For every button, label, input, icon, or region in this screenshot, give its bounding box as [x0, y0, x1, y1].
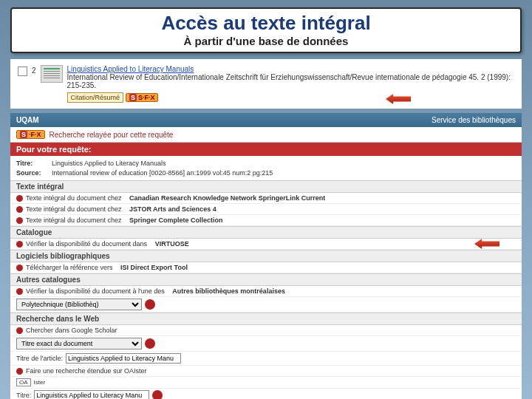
- section-catalogue-header: Catalogue: [10, 226, 522, 239]
- result-title-link[interactable]: Linguistics Applied to Literacy Manuals: [67, 65, 514, 73]
- biblio-row[interactable]: Télécharger la référence vers ISI Direct…: [10, 262, 522, 273]
- sfx-subtitle: Recherche relayée pour cette requête: [50, 131, 174, 139]
- library-select[interactable]: Polytechnique (Bibliothèq): [16, 299, 142, 310]
- bullet-icon: [16, 368, 23, 375]
- bullet-icon: [16, 206, 23, 213]
- web-article-row: Titre de l'article:: [10, 352, 522, 366]
- page-title: Accès au texte intégral: [19, 12, 513, 35]
- web-oaister-row[interactable]: Faire une recherche étendue sur OAIster: [10, 366, 522, 377]
- catalogue-row[interactable]: Vérifier la disponibilité du document da…: [10, 239, 522, 250]
- sfx-row: S·F·X Recherche relayée pour cette requê…: [10, 127, 522, 143]
- result-citation: International Review of Education/Intern…: [67, 73, 514, 89]
- web-scholar-row[interactable]: Chercher dans Google Scholar: [10, 325, 522, 336]
- oa-badge: OA: [16, 378, 31, 386]
- title-bar: Accès au texte intégral À partir d'une b…: [10, 7, 522, 53]
- go-button[interactable]: [152, 390, 163, 399]
- section-other-header: Autres catalogues: [10, 273, 522, 286]
- fulltext-row[interactable]: Texte intégral du document chez Canadian…: [10, 193, 522, 204]
- scope-select[interactable]: Titre exact du document: [16, 338, 142, 349]
- bullet-icon: [16, 327, 23, 334]
- other-row[interactable]: Vérifier la disponibilité du document à …: [10, 286, 522, 297]
- web-title-row: Titre:: [10, 389, 522, 399]
- result-number: 2: [32, 66, 36, 75]
- sfx-panel: UQAM Service des bibliothèques S·F·X Rec…: [10, 113, 522, 399]
- bullet-icon: [16, 217, 23, 224]
- title-label: Titre:: [16, 159, 52, 168]
- web-title-label: Titre:: [16, 392, 31, 399]
- request-body: Titre:Linguistics Applied to Literacy Ma…: [10, 156, 522, 180]
- sfx-badge: S·F·X: [16, 130, 45, 139]
- title-value: Linguistics Applied to Literacy Manuals: [52, 160, 166, 167]
- service-header: UQAM Service des bibliothèques: [10, 113, 522, 127]
- go-button[interactable]: [145, 338, 155, 349]
- fulltext-row[interactable]: Texte intégral du document chez Springer…: [10, 215, 522, 226]
- web-select-row: Titre exact du document: [10, 336, 522, 352]
- source-label: Source:: [16, 168, 52, 178]
- result-checkbox[interactable]: [18, 66, 27, 76]
- section-web-header: Recherche dans le Web: [10, 313, 522, 325]
- search-result-panel: 2 Linguistics Applied to Literacy Manual…: [10, 59, 522, 109]
- request-header: Pour votre requête:: [10, 143, 522, 156]
- service-label: Service des bibliothèques: [432, 116, 516, 124]
- web-title-input[interactable]: [34, 390, 149, 399]
- bullet-icon: [16, 195, 23, 202]
- bullet-icon: [16, 288, 23, 295]
- sfx-button[interactable]: SS·F·X: [126, 93, 159, 102]
- citation-button[interactable]: Citation/Résumé: [67, 92, 124, 103]
- bullet-icon: [16, 265, 23, 271]
- section-fulltext-header: Texte intégral: [10, 180, 522, 193]
- document-icon: [41, 65, 63, 83]
- section-biblio-header: Logiciels bibliographiques: [10, 250, 522, 262]
- other-select-row: Polytechnique (Bibliothèq): [10, 297, 522, 313]
- article-label: Titre de l'article:: [16, 355, 63, 362]
- bullet-icon: [16, 241, 23, 248]
- web-oa-row: OA Ister: [10, 377, 522, 389]
- article-input[interactable]: [66, 353, 181, 364]
- uqam-logo: UQAM: [16, 116, 39, 124]
- go-button[interactable]: [145, 299, 155, 310]
- page-subtitle: À partir d'une base de données: [19, 35, 513, 47]
- fulltext-row[interactable]: Texte intégral du document chez JSTOR Ar…: [10, 204, 522, 215]
- source-value: International review of education [0020-…: [52, 169, 273, 177]
